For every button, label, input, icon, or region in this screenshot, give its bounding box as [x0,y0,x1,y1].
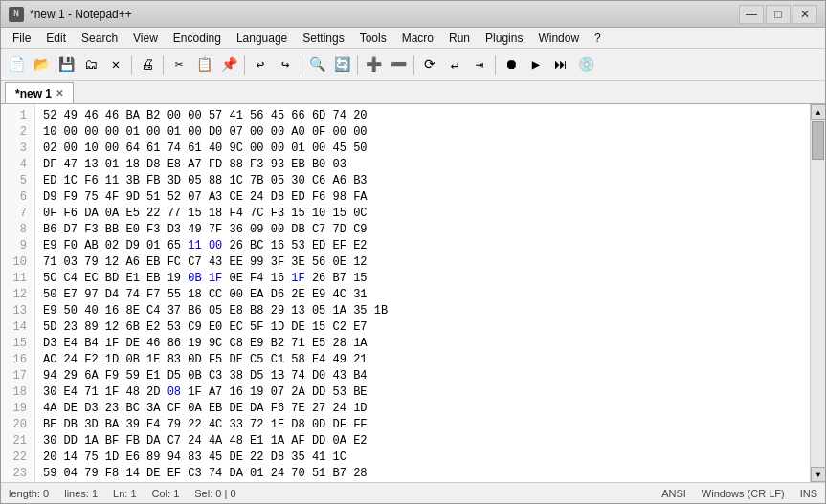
hex-byte: 5C [43,272,56,285]
line-number: 17 [5,368,27,384]
hex-byte: FC [167,255,181,269]
hex-byte: 1F [291,272,304,285]
hex-byte: 19 [167,272,181,285]
menu-item-plugins[interactable]: Plugins [478,30,530,47]
menu-item-run[interactable]: Run [441,30,478,47]
hex-byte: 7F [209,223,222,236]
sync-button[interactable]: ⟳ [418,54,441,77]
hex-byte: 49 [64,109,78,122]
hex-byte: 28 [353,467,367,480]
tab-close-icon[interactable]: ✕ [56,88,63,99]
hex-byte: E9 [312,288,325,301]
hex-byte: ED [43,174,56,187]
menu-item-settings[interactable]: Settings [295,30,351,47]
save-macro-button[interactable]: 💿 [574,54,597,77]
hex-byte: 79 [84,255,98,269]
hex-byte: E0 [125,223,139,236]
hex-byte: 74 [209,467,222,480]
print-button[interactable]: 🖨 [136,54,159,77]
find-button[interactable]: 🔍 [305,54,328,77]
wrap-button[interactable]: ↵ [443,54,466,77]
maximize-button[interactable]: □ [766,5,791,24]
hex-byte: C6 [312,174,325,187]
menu-item-macro[interactable]: Macro [394,30,441,47]
replace-button[interactable]: 🔄 [330,54,353,77]
hex-byte: 30 [43,385,56,399]
copy-button[interactable]: 📋 [192,54,215,77]
hex-byte: 41 [312,450,325,464]
hex-byte: AF [291,434,304,448]
hex-byte: 36 [229,223,242,236]
separator-3 [244,55,245,75]
play-button[interactable]: ▶ [525,54,547,77]
cut-button[interactable]: ✂ [167,54,190,77]
tab-new1[interactable]: *new 1 ✕ [5,82,74,103]
scroll-track[interactable] [811,120,825,467]
window-title: *new 1 - Notepad++ [30,8,739,21]
menu-item-edit[interactable]: Edit [38,30,74,47]
scroll-thumb[interactable] [812,121,824,160]
hex-byte: 50 [43,288,56,301]
main-window: N *new 1 - Notepad++ — □ ✕ FileEditSearc… [0,0,826,504]
hex-byte: F6 [271,402,284,415]
hex-line: D9 F9 75 4F 9D 51 52 07 A3 CE 24 D8 ED F… [43,189,802,206]
hex-byte: 24 [250,190,263,204]
minimize-button[interactable]: — [739,5,764,24]
paste-button[interactable]: 📌 [217,54,240,77]
menu-item-encoding[interactable]: Encoding [166,30,229,47]
hex-byte: 20 [43,450,56,464]
hex-byte: B6 [43,223,56,236]
hex-byte: DA [250,402,263,415]
hex-byte: 66 [291,109,304,122]
indent-button[interactable]: ⇥ [468,54,491,77]
hex-byte: 00 [353,125,367,139]
menu-item-search[interactable]: Search [74,30,125,47]
menu-item-window[interactable]: Window [530,30,587,47]
hex-byte: 49 [188,223,201,236]
vertical-scrollbar[interactable]: ▲ ▼ [810,104,825,482]
save-all-button[interactable]: 🗂 [79,54,102,77]
close-button-tb[interactable]: ✕ [104,54,127,77]
menu-item-language[interactable]: Language [229,30,295,47]
menu-item-?[interactable]: ? [587,30,609,47]
new-button[interactable]: 📄 [5,54,28,77]
hex-line: 71 03 79 12 A6 EB FC C7 43 EE 99 3F 3E 5… [43,254,802,271]
hex-byte: C3 [209,369,222,383]
zoom-in-button[interactable]: ➕ [362,54,385,77]
hex-byte: 07 [271,385,284,399]
hex-byte: 16 [229,385,242,399]
hex-byte: 05 [188,174,201,187]
hex-byte: 22 [250,450,263,464]
separator-2 [163,55,164,75]
hex-byte: 10 [43,125,56,139]
hex-line: 94 29 6A F9 59 E1 D5 0B C3 38 D5 1B 74 D… [43,368,802,384]
close-button[interactable]: ✕ [793,5,817,24]
scroll-up-button[interactable]: ▲ [811,104,825,120]
menu-item-view[interactable]: View [125,30,166,47]
record-button[interactable]: ⏺ [500,54,523,77]
hex-byte: 1A [333,304,346,318]
open-button[interactable]: 📂 [30,54,53,77]
hex-editor[interactable]: 52 49 46 46 BA B2 00 00 57 41 56 45 66 6… [35,104,810,482]
hex-byte: D3 [84,402,98,415]
hex-byte: 39 [125,418,139,431]
hex-line: DF 47 13 01 18 D8 E8 A7 FD 88 F3 93 EB B… [43,157,802,173]
redo-button[interactable]: ↪ [274,54,297,77]
menu-item-tools[interactable]: Tools [352,30,394,47]
zoom-out-button[interactable]: ➖ [387,54,410,77]
scroll-down-button[interactable]: ▼ [811,467,825,482]
menu-item-file[interactable]: File [5,30,38,47]
hex-byte: 45 [209,450,222,464]
hex-byte: CF [167,402,181,415]
hex-byte: D8 [146,158,160,171]
hex-byte: FB [125,434,139,448]
hex-byte: 0A [105,207,119,220]
hex-byte: 71 [84,385,98,399]
undo-button[interactable]: ↩ [249,54,272,77]
stop-button[interactable]: ⏭ [549,54,572,77]
hex-byte: 10 [312,207,325,220]
line-number: 10 [5,254,27,271]
hex-line: ED 1C F6 11 3B FB 3D 05 88 1C 7B 05 30 C… [43,173,802,189]
app-icon: N [9,7,24,22]
save-button[interactable]: 💾 [55,54,78,77]
